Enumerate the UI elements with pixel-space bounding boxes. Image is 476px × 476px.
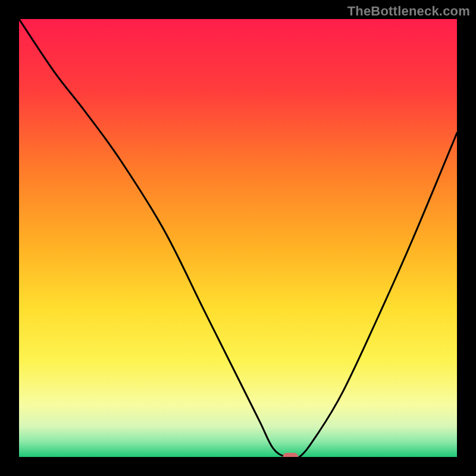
optimal-marker bbox=[283, 453, 298, 457]
chart-frame: TheBottleneck.com bbox=[0, 0, 476, 476]
gradient-background bbox=[19, 19, 457, 457]
bottleneck-chart bbox=[19, 19, 457, 457]
watermark-text: TheBottleneck.com bbox=[347, 4, 470, 19]
plot-area bbox=[19, 19, 457, 457]
